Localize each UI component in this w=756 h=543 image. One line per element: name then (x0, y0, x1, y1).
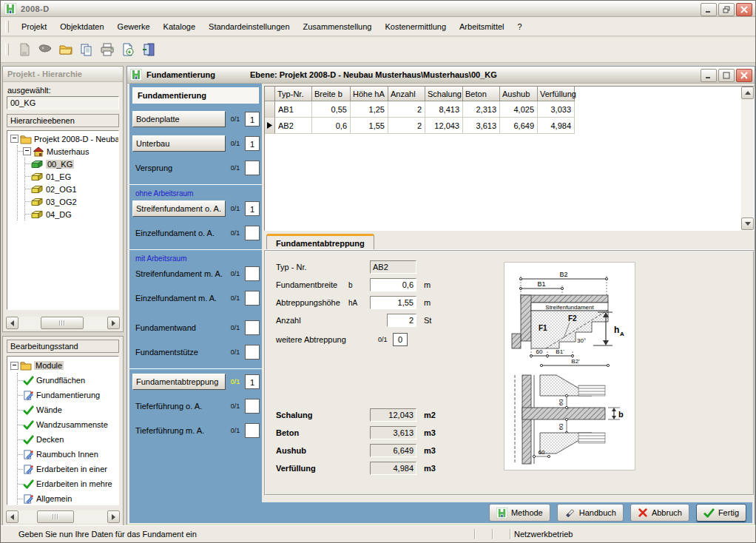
streifenfundament-ma-button[interactable]: Streifenfundament m. A. (132, 266, 226, 282)
weitere-abtreppung-input[interactable] (393, 333, 408, 346)
count-field[interactable]: 1 (245, 201, 260, 216)
module-item-erdarbeiten-mehreren[interactable]: Erdarbeiten in mehre (18, 476, 118, 491)
menu-item-gewerke[interactable]: Gewerke (111, 19, 157, 34)
tree-item-project[interactable]: Projekt 2008-D - Neubau (10, 132, 118, 145)
column-header-schalung[interactable]: Schalung (425, 87, 463, 101)
exit-door-icon[interactable] (139, 40, 158, 59)
count-field[interactable] (245, 423, 260, 438)
copy-icon[interactable] (77, 40, 96, 59)
count-field[interactable] (245, 291, 260, 306)
bodenplatte-button[interactable]: Bodenplatte (132, 111, 226, 127)
symbol-b: b (348, 281, 353, 289)
tab-fundamentabtreppung[interactable]: Fundamentabtreppung (266, 234, 374, 250)
menu-item-zusammenstellung[interactable]: Zusammenstellung (297, 19, 379, 34)
scroll-thumb[interactable] (41, 317, 84, 329)
scroll-left-icon[interactable] (6, 317, 18, 329)
scroll-right-icon[interactable] (107, 317, 120, 329)
module-item-erdarbeiten-einer[interactable]: Erdarbeiten in einer (18, 462, 118, 476)
count-field[interactable] (245, 266, 260, 281)
streifenfundament-oa-button[interactable]: Streifenfundament o. A. (132, 200, 226, 217)
column-header-verfuellung[interactable]: Verfüllung (538, 87, 575, 101)
tree-item-floor-04dg[interactable]: 04_DG (25, 208, 118, 220)
tree-item-floor-00kg[interactable]: 00_KG (25, 158, 118, 170)
einzelfundament-ma-button[interactable]: Einzelfundament m. A. (132, 290, 226, 306)
column-header-aushub[interactable]: Aushub (500, 87, 538, 101)
module-item-allgemein[interactable]: Allgemein (18, 491, 118, 505)
menu-item-hilfe[interactable]: ? (511, 19, 529, 34)
collapse-icon[interactable] (23, 147, 31, 155)
tree-item-module-root[interactable]: Module (10, 358, 118, 373)
menu-item-kostenermittlung[interactable]: Kostenermittlung (378, 19, 453, 34)
tree-item-floor-03og2[interactable]: 03_OG2 (25, 195, 118, 208)
tree-item-floor-02og1[interactable]: 02_OG1 (25, 183, 118, 195)
export-document-icon[interactable] (118, 40, 138, 59)
restore-button[interactable] (718, 3, 735, 16)
scroll-right-icon[interactable] (107, 510, 120, 523)
close-icon[interactable] (736, 69, 752, 82)
folder-open-icon[interactable] (56, 40, 75, 59)
column-header-typnr[interactable]: Typ-Nr. (275, 87, 312, 101)
unit-m3: m3 (424, 446, 436, 455)
anzahl-input[interactable] (387, 314, 416, 327)
count-field[interactable] (245, 226, 260, 240)
close-icon[interactable] (736, 3, 752, 16)
menu-item-arbeitsmittel[interactable]: Arbeitsmittel (453, 19, 511, 34)
column-header-beton[interactable]: Beton (463, 87, 500, 101)
column-header-anzahl[interactable]: Anzahl (388, 87, 425, 101)
fundamentabtreppung-button[interactable]: Fundamentabtreppung (132, 374, 226, 390)
open-project-icon[interactable] (36, 40, 55, 59)
count-field[interactable]: 1 (245, 112, 260, 127)
methode-button[interactable]: Methode (489, 504, 550, 522)
scroll-left-icon[interactable] (6, 510, 18, 523)
module-item-waende[interactable]: Wände (18, 402, 118, 417)
fundamentierung-window: Fundamentierung Ebene: Projekt 2008-D - … (126, 66, 755, 526)
fundamentstuetze-button[interactable]: Fundamentstütze (132, 344, 226, 360)
handbuch-button[interactable]: Handbuch (557, 504, 624, 522)
module-item-fundamentierung[interactable]: Fundamentierung (18, 388, 118, 402)
tieferfuehrung-oa-button[interactable]: Tieferführung o. A. (132, 398, 226, 414)
menubar-grip[interactable] (5, 21, 9, 33)
column-header-breite[interactable]: Breite b (312, 87, 351, 101)
minimize-button[interactable] (701, 3, 717, 16)
modules-h-scrollbar (6, 510, 120, 523)
toolbar-grip[interactable] (5, 44, 9, 55)
collapse-icon[interactable] (10, 135, 18, 143)
print-icon[interactable] (98, 40, 117, 59)
count-field[interactable]: 1 (245, 136, 260, 151)
abbruch-button[interactable]: Abbruch (630, 504, 689, 522)
scroll-thumb[interactable] (37, 510, 74, 523)
floor-box-icon (30, 185, 44, 194)
menu-item-objektdaten[interactable]: Objektdaten (53, 19, 110, 34)
module-item-raumbuch-innen[interactable]: Raumbuch Innen (18, 447, 118, 462)
menu-item-projekt[interactable]: Projekt (15, 19, 53, 34)
collapse-icon[interactable] (10, 362, 18, 370)
menu-item-standardeinstellungen[interactable]: Standardeinstellungen (202, 19, 296, 34)
tree-item-floor-01eg[interactable]: 01_EG (25, 170, 118, 183)
tree-item-building[interactable]: Musterhaus (18, 145, 118, 158)
count-field[interactable] (245, 399, 260, 414)
unterbau-button[interactable]: Unterbau (132, 135, 226, 152)
count-field[interactable] (245, 320, 260, 335)
column-header-hoehe[interactable]: Höhe hA (351, 87, 388, 101)
new-document-icon[interactable] (15, 40, 34, 59)
fertig-button[interactable]: Fertig (696, 504, 746, 522)
menu-item-kataloge[interactable]: Kataloge (157, 19, 202, 34)
module-item-decken[interactable]: Decken (18, 432, 118, 447)
abtreppungshoehe-input[interactable] (370, 296, 416, 309)
scroll-down-icon[interactable] (741, 217, 754, 230)
module-item-grundflaechen[interactable]: Grundflächen (18, 373, 118, 388)
maximize-button[interactable] (718, 69, 735, 82)
versprung-button[interactable]: Versprung (132, 160, 226, 176)
count-field[interactable] (245, 345, 260, 360)
scroll-up-icon[interactable] (741, 87, 754, 99)
module-item-wandzusammenstellung[interactable]: Wandzusammenste (18, 417, 118, 432)
tieferfuehrung-ma-button[interactable]: Tieferführung m. A. (132, 422, 226, 439)
count-field[interactable]: 1 (245, 374, 260, 389)
window-title: 2008-D (21, 4, 49, 13)
fundamentwand-button[interactable]: Fundamentwand (132, 320, 226, 336)
schalung-label: Schalung (276, 411, 313, 419)
minimize-button[interactable] (701, 69, 717, 82)
fundamentbreite-input[interactable] (370, 278, 416, 291)
count-field[interactable] (245, 161, 260, 175)
einzelfundament-oa-button[interactable]: Einzelfundament o. A. (132, 225, 226, 241)
